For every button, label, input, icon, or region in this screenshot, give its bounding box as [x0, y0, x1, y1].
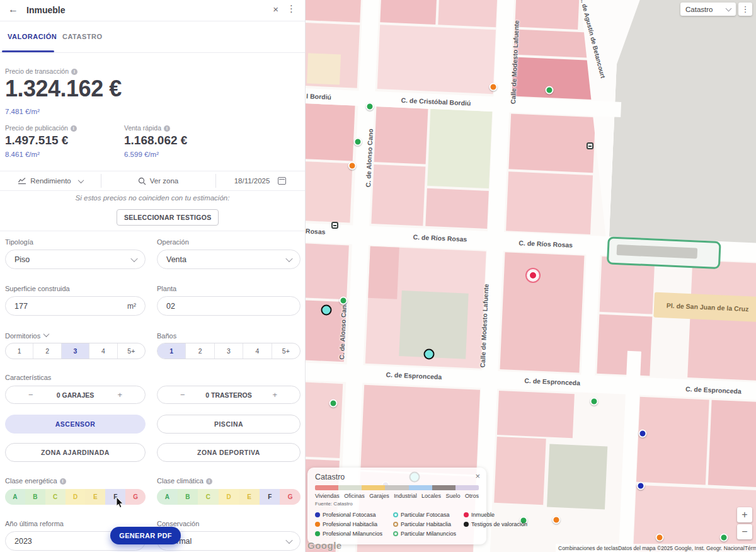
transaction-price-value: 1.324.162 €	[5, 76, 122, 102]
map-layer-selector[interactable]: Catastro	[680, 3, 736, 16]
dormitorios-option[interactable]: 4	[89, 343, 117, 359]
climate-class-cell[interactable]: F	[260, 489, 280, 505]
info-icon[interactable]: i	[71, 125, 77, 132]
garajes-plus-button[interactable]: +	[117, 390, 122, 400]
ver-zona-button[interactable]: Ver zona	[101, 171, 215, 190]
map-marker-dot[interactable]	[590, 398, 598, 406]
climate-class-cell[interactable]: A	[157, 489, 178, 505]
dormitorios-option[interactable]: 1	[6, 343, 33, 359]
publication-price-label: Precio de publicacióni	[5, 124, 77, 132]
map-marker-dot[interactable]	[490, 83, 498, 91]
energy-class-cell[interactable]: F	[105, 489, 125, 505]
climate-class-cell[interactable]: B	[178, 489, 198, 505]
banos-option[interactable]: 4	[243, 343, 271, 359]
climate-class-cell[interactable]: E	[239, 489, 260, 505]
info-icon[interactable]: i	[164, 125, 170, 132]
transaction-price-label: Precio de transaccióni	[5, 67, 77, 75]
superficie-input[interactable]: 177m²	[5, 296, 146, 316]
banos-option[interactable]: 2	[185, 343, 214, 359]
google-logo: Google	[307, 540, 342, 551]
publication-price-value: 1.497.515 €	[5, 134, 68, 147]
climate-class-scale: A B C D E F G	[157, 489, 301, 505]
chevron-down-icon	[285, 255, 292, 262]
keyboard-shortcuts-link[interactable]: Combinaciones de teclas	[558, 545, 618, 551]
line-chart-icon	[18, 177, 26, 185]
chevron-down-icon	[77, 177, 84, 183]
info-icon[interactable]: i	[60, 478, 66, 485]
quick-sale-value: 1.168.062 €	[124, 134, 187, 147]
energy-class-cell[interactable]: C	[45, 489, 66, 505]
garajes-minus-button[interactable]: −	[28, 390, 33, 400]
select-witnesses-button[interactable]: SELECCIONAR TESTIGOS	[117, 209, 219, 226]
zoom-out-button[interactable]: −	[737, 524, 752, 539]
legend-title: Catastro	[315, 473, 479, 481]
clase-climatica-label: Clase climáticai	[157, 477, 212, 485]
legend-color-bar	[315, 485, 479, 490]
piscina-toggle[interactable]: PISCINA	[157, 415, 301, 434]
energy-class-cell[interactable]: D	[66, 489, 86, 505]
chevron-down-icon	[130, 255, 137, 262]
zona-deportiva-toggle[interactable]: ZONA DEPORTIVA	[157, 443, 301, 462]
operacion-select[interactable]: Venta	[157, 250, 301, 269]
map-marker-dot[interactable]	[553, 516, 561, 524]
generate-pdf-button[interactable]: GENERAR PDF	[110, 527, 181, 544]
close-icon[interactable]: ×	[273, 4, 278, 14]
page-title: Inmueble	[26, 5, 65, 15]
energy-class-cell[interactable]: A	[5, 489, 25, 505]
trasteros-minus-button[interactable]: −	[180, 390, 185, 400]
banos-option[interactable]: 3	[214, 343, 243, 359]
energy-class-cell[interactable]: G	[125, 489, 146, 505]
catastro-legend-card: Catastro × Viviendas Oficinas Garajes In…	[307, 468, 486, 544]
legend-close-icon[interactable]: ×	[475, 471, 480, 481]
tabs-divider	[0, 52, 305, 53]
planta-input[interactable]: 02	[157, 296, 301, 316]
map-layer-menu-button[interactable]: ⋮	[738, 3, 752, 16]
energy-class-cell[interactable]: B	[25, 489, 45, 505]
climate-class-cell[interactable]: C	[198, 489, 219, 505]
tab-catastro[interactable]: CATASTRO	[62, 33, 102, 40]
banos-option[interactable]: 5+	[272, 343, 300, 359]
map-marker-dot[interactable]	[340, 297, 348, 305]
map-marker-dot[interactable]	[637, 482, 645, 490]
energy-class-cell[interactable]: E	[85, 489, 105, 505]
dormitorios-option[interactable]: 5+	[117, 343, 145, 359]
map-marker-dot[interactable]	[329, 400, 338, 408]
climate-class-cell[interactable]: G	[280, 489, 301, 505]
kebab-menu-icon[interactable]: ⋮	[287, 3, 296, 14]
map-marker-dot[interactable]	[639, 430, 647, 438]
red-dot-icon	[464, 512, 469, 517]
map-marker-ring[interactable]	[424, 349, 435, 360]
map-marker-dot[interactable]	[366, 103, 374, 111]
ascensor-toggle[interactable]: ASCENSOR	[5, 415, 146, 434]
tipologia-select[interactable]: Piso	[5, 250, 146, 269]
back-arrow-icon[interactable]: ←	[8, 4, 18, 15]
info-icon[interactable]: i	[206, 478, 212, 485]
map-marker-dot[interactable]	[546, 86, 554, 95]
terms-link[interactable]: Términos	[745, 545, 756, 551]
map-marker-dot[interactable]	[348, 162, 357, 170]
valuation-date-button[interactable]: 18/11/2025	[215, 171, 305, 190]
map-marker-dot[interactable]	[354, 138, 362, 146]
zona-ajardinada-toggle[interactable]: ZONA AJARDINADA	[5, 443, 146, 462]
blue-dot-icon	[315, 512, 320, 517]
magnifier-icon	[138, 177, 146, 185]
chevron-down-icon	[43, 331, 50, 337]
climate-class-cell[interactable]: D	[219, 489, 239, 505]
zoom-in-button[interactable]: +	[737, 507, 752, 522]
dormitorios-option[interactable]: 2	[33, 343, 60, 359]
info-icon[interactable]: i	[71, 69, 77, 75]
trasteros-plus-button[interactable]: +	[272, 390, 277, 400]
map-marker-dot[interactable]	[656, 534, 664, 542]
dormitorios-option[interactable]: 3	[61, 343, 89, 359]
tab-valoracion[interactable]: VALORACIÓN	[8, 33, 57, 40]
banos-label: Baños	[157, 332, 176, 340]
map-data-credit: Datos del mapa ©2025 Google, Inst. Geogr…	[618, 545, 745, 551]
map-marker-ring[interactable]	[321, 305, 332, 316]
map-marker-target[interactable]	[529, 271, 537, 280]
rendimiento-button[interactable]: Rendimiento	[0, 171, 101, 190]
map-canvas[interactable]: C. de Alonso Cano C. de Alonso Cano Call…	[305, 0, 756, 552]
transaction-price-per-m2: 7.481 €/m²	[5, 108, 40, 115]
quick-sale-label: Venta rápidai	[124, 124, 170, 132]
banos-option[interactable]: 1	[158, 343, 185, 359]
map-marker-dot[interactable]	[720, 534, 728, 542]
